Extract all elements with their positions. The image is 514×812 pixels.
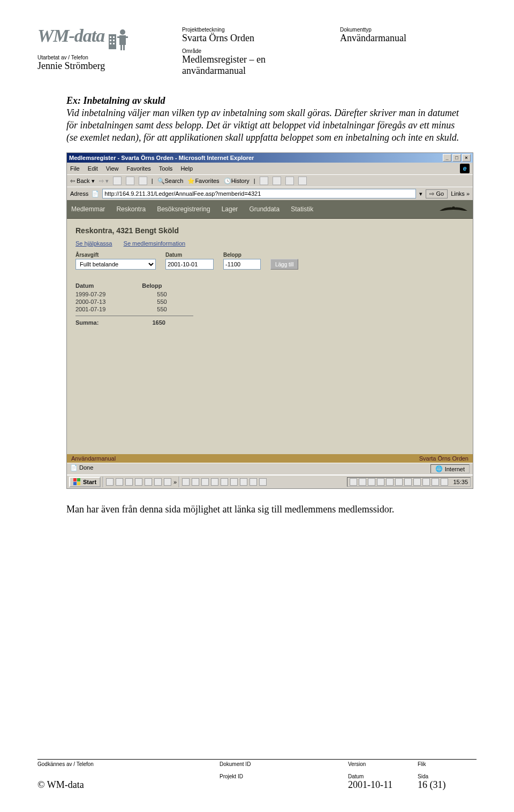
svg-rect-12: [123, 45, 125, 50]
menu-help[interactable]: Help: [180, 165, 193, 172]
ledger-separator: [75, 316, 193, 316]
godkannes-label: Godkännes av / Telefon: [37, 761, 220, 767]
tab-medlemmar[interactable]: Medlemmar: [71, 205, 105, 213]
dokumentid-label: Dokument ID: [220, 761, 348, 767]
tray-icon[interactable]: [441, 478, 448, 486]
copyright-value: © WM-data: [37, 779, 220, 791]
go-button[interactable]: ⇨ Go: [426, 189, 448, 198]
forward-button[interactable]: ⇨ ▾: [99, 178, 109, 185]
tray-icon[interactable]: [377, 478, 384, 486]
search-button[interactable]: 🔍Search: [157, 178, 184, 185]
quicklaunch-icon[interactable]: [106, 478, 114, 486]
link-hjalpkassa[interactable]: Se hjälpkassa: [75, 240, 112, 247]
arsavgift-label: Årsavgift: [75, 252, 156, 258]
tray-icon[interactable]: [413, 478, 421, 486]
page-title: Reskontra, 4321 Bengt Sköld: [75, 226, 464, 235]
taskbar-app-icon[interactable]: [221, 478, 228, 486]
menu-tools[interactable]: Tools: [159, 165, 173, 172]
datum-label: Datum: [165, 252, 214, 258]
mail-icon[interactable]: [260, 177, 268, 185]
taskbar-app-icon[interactable]: [250, 478, 257, 486]
ledger-row: 2001-07-19 550: [75, 306, 464, 312]
add-button[interactable]: Lägg till: [270, 259, 298, 270]
tray-icon[interactable]: [432, 478, 439, 486]
menu-favorites[interactable]: Favorites: [127, 165, 151, 172]
browser-toolbar: ⇦ Back ▾ ⇨ ▾ | 🔍Search ⭐Favorites 🕓Histo…: [67, 174, 473, 187]
ledger-head-date: Datum: [75, 282, 94, 289]
quicklaunch-icon[interactable]: [164, 478, 171, 486]
tray-icon[interactable]: [359, 478, 366, 486]
ledger-sum-value: 1650: [152, 319, 165, 326]
tray-icon[interactable]: [422, 478, 430, 486]
quicklaunch-icon[interactable]: [135, 478, 142, 486]
window-title: Medlemsregister - Svarta Örns Orden - Mi…: [69, 155, 254, 161]
tray-icon[interactable]: [350, 478, 357, 486]
tab-lager[interactable]: Lager: [222, 205, 238, 213]
back-button[interactable]: ⇦ Back ▾: [70, 178, 95, 185]
address-dropdown-icon[interactable]: ▾: [419, 190, 422, 197]
tray-icon[interactable]: [368, 478, 375, 486]
quicklaunch-icon[interactable]: [154, 478, 162, 486]
belopp-input[interactable]: [223, 259, 261, 270]
belopp-label: Belopp: [223, 252, 261, 258]
projekt-label: Projektbeteckning: [182, 27, 319, 33]
favorites-button[interactable]: ⭐Favorites: [187, 178, 219, 185]
app-navigation-bar: Medlemmar Reskontra Besöksregistrering L…: [67, 200, 473, 219]
datum-input[interactable]: [165, 259, 214, 270]
utarbetat-label: Utarbetat av / Telefon: [37, 55, 171, 60]
home-icon[interactable]: [139, 177, 147, 185]
tab-reskontra[interactable]: Reskontra: [116, 205, 146, 213]
projekt-value: Svarta Örns Orden: [182, 33, 319, 44]
body-text-block: Ex: Inbetalning av skuld Vid inbetalning…: [66, 95, 463, 144]
print-icon[interactable]: [273, 177, 281, 185]
taskbar-app-icon[interactable]: [201, 478, 209, 486]
tray-icon[interactable]: [395, 478, 403, 486]
app-footer-left: Användarmanual: [71, 455, 116, 462]
arsavgift-select[interactable]: Fullt betalande: [75, 259, 156, 270]
refresh-icon[interactable]: [126, 177, 134, 185]
taskbar-app-icon[interactable]: [230, 478, 238, 486]
document-footer: Godkännes av / Telefon Dokument ID Versi…: [37, 759, 477, 791]
windows-icon: [73, 478, 81, 486]
body-paragraph: Vid inbetalning väljer man vilken typ av…: [66, 107, 463, 144]
logo-text: WM-data: [37, 27, 104, 45]
svg-rect-15: [77, 478, 80, 481]
taskbar-app-icon[interactable]: [259, 478, 267, 486]
quicklaunch-icon[interactable]: [125, 478, 133, 486]
projektid-label: Projekt ID: [220, 773, 348, 779]
omrade-label: Område: [182, 48, 319, 54]
taskbar-app-icon[interactable]: [182, 478, 190, 486]
tray-icon[interactable]: [404, 478, 412, 486]
taskbar-app-icon[interactable]: [240, 478, 247, 486]
link-medlemsinformation[interactable]: Se medlemsinformation: [124, 240, 186, 247]
address-input[interactable]: [102, 189, 416, 198]
svg-rect-11: [120, 45, 122, 50]
start-button[interactable]: Start: [69, 477, 101, 487]
expand-quicklaunch-icon[interactable]: »: [173, 479, 177, 485]
links-button[interactable]: Links »: [451, 190, 470, 197]
menu-view[interactable]: View: [106, 165, 119, 172]
svg-rect-8: [119, 35, 126, 45]
maximize-icon[interactable]: □: [452, 154, 461, 162]
minimize-icon[interactable]: _: [443, 154, 451, 162]
tab-statistik[interactable]: Statistik: [291, 205, 313, 213]
quicklaunch-icon[interactable]: [145, 478, 152, 486]
svg-rect-17: [77, 482, 80, 485]
word-icon[interactable]: [285, 177, 294, 185]
svg-rect-3: [110, 40, 111, 41]
taskbar-app-icon[interactable]: [192, 478, 199, 486]
stop-icon[interactable]: [113, 177, 122, 185]
history-button[interactable]: 🕓History: [224, 178, 250, 185]
tray-icon[interactable]: [386, 478, 394, 486]
discuss-icon[interactable]: [298, 177, 307, 185]
menu-edit[interactable]: Edit: [88, 165, 98, 172]
tab-grunddata[interactable]: Grunddata: [249, 205, 279, 213]
flik-label: Flik: [418, 761, 477, 767]
quicklaunch-icon[interactable]: [116, 478, 123, 486]
taskbar-app-icon[interactable]: [211, 478, 218, 486]
menu-file[interactable]: File: [70, 165, 80, 172]
status-zone: Internet: [445, 466, 465, 472]
close-icon[interactable]: ×: [462, 154, 471, 162]
tab-besoksregistrering[interactable]: Besöksregistrering: [157, 205, 210, 213]
app-footer-right: Svarta Örns Orden: [419, 455, 468, 462]
